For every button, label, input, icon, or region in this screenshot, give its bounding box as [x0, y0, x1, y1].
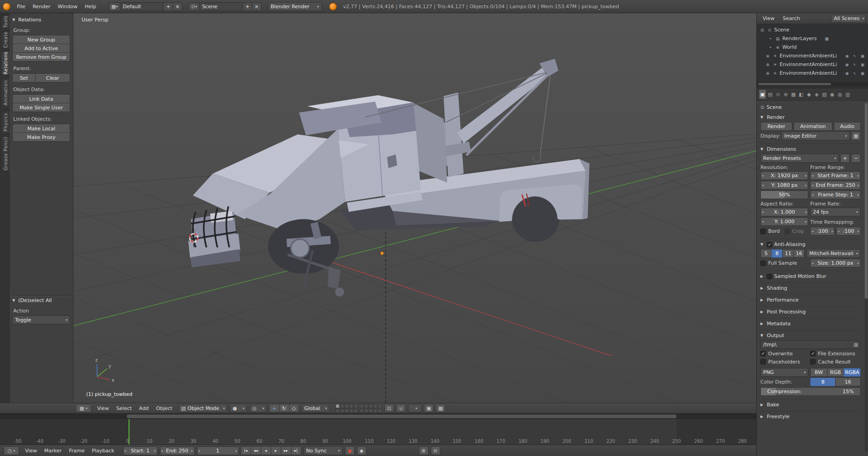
scene-name-field[interactable]: Scene [199, 2, 243, 11]
pivot-select[interactable]: ◎▾ [249, 404, 267, 412]
frame-end-field[interactable]: ◂End: 250▸ [160, 446, 195, 455]
menu-item[interactable]: Frame [65, 445, 88, 456]
placeholders-checkbox[interactable]: ✓Placeholders [760, 358, 808, 365]
timeline-scrollbar[interactable] [0, 414, 756, 419]
current-frame-field[interactable]: ◂1▸ [197, 446, 239, 455]
playback-button[interactable]: ▸▸ [281, 446, 291, 455]
channel-bw-button[interactable]: BW [810, 368, 827, 377]
playback-button[interactable]: ▸ [271, 446, 281, 455]
eye-icon[interactable]: ◉ [844, 54, 850, 58]
delete-scene-button[interactable]: × [252, 2, 261, 11]
depth-16-button[interactable]: 16 [835, 378, 861, 386]
keying-set-button[interactable]: ◆ [357, 446, 367, 455]
timeline-scroll-thumb[interactable] [127, 415, 677, 418]
outliner-hscrollbar[interactable] [757, 82, 868, 86]
aa-filter-select[interactable]: Mitchell-Netravali▾ [806, 249, 861, 258]
aspect-x-field[interactable]: ◂X: 1.000▸ [760, 208, 808, 216]
menu-item[interactable]: View [93, 403, 113, 413]
frame-end-field[interactable]: ◂End Frame: 250▸ [810, 181, 861, 190]
properties-tab-icon[interactable]: ◍ [837, 90, 843, 99]
cursor-arrow-icon[interactable]: ↖ [852, 54, 858, 58]
editor-type-button[interactable]: ▦▾ [76, 404, 91, 412]
scene-browse-button[interactable]: ⊙▾ [188, 2, 200, 11]
screen-layout-browse-button[interactable]: ▦▾ [108, 2, 120, 11]
screen-layout-name-field[interactable]: Default [120, 2, 164, 11]
menu-item[interactable]: Window [54, 0, 81, 13]
sidebar-tab-tools[interactable]: Tools [1, 15, 10, 29]
bake-panel-header[interactable]: ▶Bake [760, 401, 861, 409]
render-engine-select[interactable]: Blender Render▾ [268, 2, 322, 11]
outliner-scroll-thumb[interactable] [758, 83, 831, 85]
properties-tab-icon[interactable]: ▥ [844, 90, 851, 99]
menu-item[interactable]: Object [152, 403, 176, 413]
render-panel-header[interactable]: ▼Render [760, 113, 861, 121]
collapsed-panel-header[interactable]: ▶ Metadata [760, 320, 861, 328]
deselect-panel-header[interactable]: ▼(De)select All [12, 297, 70, 304]
collapse-icon[interactable]: ⊟ [760, 28, 765, 32]
aa-samples-8-button[interactable]: 8 [771, 249, 783, 258]
cursor-arrow-icon[interactable]: ↖ [852, 71, 858, 76]
display-select[interactable]: Image Editor▾ [781, 132, 850, 140]
file-extensions-checkbox[interactable]: ✓File Extensions [810, 350, 861, 357]
make-local-button[interactable]: Make Local [12, 124, 70, 133]
overwrite-checkbox[interactable]: ✓Overwrite [760, 350, 808, 357]
render-button[interactable]: Render [760, 122, 792, 131]
outliner-row-renderlayers[interactable]: • ▤ RenderLayers ▦ [757, 34, 868, 43]
expand-icon[interactable]: ⊕ [765, 62, 770, 67]
parent-clear-button[interactable]: Clear [35, 73, 70, 82]
antialiasing-checkbox[interactable]: ✓ [767, 242, 772, 247]
orientation-select[interactable]: Global▾ [301, 404, 330, 412]
resolution-y-field[interactable]: ◂Y: 1080 px▸ [760, 181, 808, 190]
menu-item[interactable]: Render [29, 0, 54, 13]
make-proxy-button[interactable]: Make Proxy [12, 133, 70, 142]
layer-group-1[interactable] [336, 404, 358, 413]
layer-group-2[interactable] [360, 404, 382, 413]
properties-tab-icon[interactable]: ◧ [798, 90, 805, 99]
properties-tab-icon[interactable]: ◆ [806, 90, 812, 99]
properties-tab-icon[interactable]: ▣ [759, 90, 766, 99]
outliner-menu-view[interactable]: View [759, 13, 778, 24]
aa-samples-16-button[interactable]: 16 [793, 249, 805, 258]
link-data-button[interactable]: Link Data [12, 94, 70, 103]
sidebar-tab-animation[interactable]: Animation [1, 77, 10, 108]
outliner-scope-select[interactable]: All Scenes▾ [831, 15, 866, 23]
properties-tab-icon[interactable]: ⊕ [782, 90, 789, 99]
aa-samples-5-button[interactable]: 5 [760, 249, 772, 258]
sidebar-tab-create[interactable]: Create [1, 31, 10, 49]
outliner-row-environment-light[interactable]: ⊕ ☀ EnvironmentAmbientLi ◉↖▣ [757, 69, 868, 77]
properties-scrollbar[interactable] [865, 103, 868, 452]
render-animation-button[interactable]: Animation [794, 122, 832, 131]
remap-new-field[interactable]: ◂:100▸ [836, 227, 861, 236]
mode-select[interactable]: ▧ Object Mode▾ [178, 404, 227, 412]
outliner-row-world[interactable]: • ⊕ World [757, 43, 868, 51]
opengl-render-anim-button[interactable]: ▦ [436, 404, 445, 412]
scale-manipulator-button[interactable]: ◇ [289, 404, 300, 412]
dimensions-panel-header[interactable]: ▼Dimensions [760, 145, 861, 153]
menu-item[interactable]: View [21, 445, 41, 456]
menu-item[interactable]: Playback [88, 445, 118, 456]
playback-button[interactable]: ▸| [291, 446, 301, 455]
properties-tab-icon[interactable]: ▦ [790, 90, 797, 99]
channel-rgba-button[interactable]: RGBA [843, 368, 861, 377]
antialiasing-panel-header[interactable]: ▼ ✓ Anti-Aliasing [760, 241, 861, 248]
add-scene-button[interactable]: + [243, 2, 252, 11]
sync-select[interactable]: No Sync▾ [304, 446, 343, 455]
make-single-user-button[interactable]: Make Single User [12, 103, 70, 112]
menu-item[interactable]: Marker [41, 445, 65, 456]
cursor-arrow-icon[interactable]: ↖ [852, 62, 858, 67]
aspect-y-field[interactable]: ◂Y: 1.000▸ [760, 217, 808, 226]
auto-keyframe-button[interactable]: ● [345, 446, 355, 455]
outliner-menu-search[interactable]: Search [779, 13, 804, 24]
properties-scroll-thumb[interactable] [865, 103, 868, 299]
freestyle-panel-header[interactable]: ▶Freestyle [760, 413, 861, 420]
resolution-x-field[interactable]: ◂X: 1920 px▸ [760, 171, 808, 180]
crop-checkbox[interactable]: ✓Crop [785, 228, 804, 235]
properties-tab-icon[interactable]: ◉ [829, 90, 836, 99]
output-panel-header[interactable]: ▼Output [760, 332, 861, 339]
frame-start-field[interactable]: ◂Start: 1▸ [123, 446, 158, 455]
menu-item[interactable]: Help [81, 0, 100, 13]
truck-model[interactable] [188, 59, 589, 297]
collapsed-panel-header[interactable]: ▶ Performance [760, 296, 861, 304]
properties-tab-icon[interactable]: ◈ [813, 90, 820, 99]
channel-rgb-button[interactable]: RGB [827, 368, 844, 377]
